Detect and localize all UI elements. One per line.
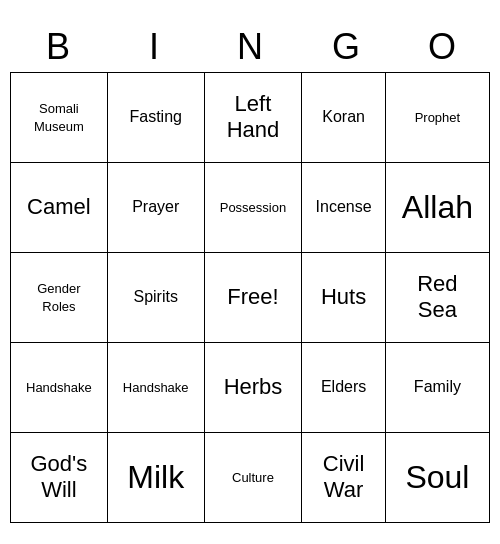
- cell-text-3-3: Elders: [321, 378, 366, 395]
- cell-text-2-0: Gender Roles: [37, 281, 80, 314]
- cell-text-3-0: Handshake: [26, 380, 92, 395]
- cell-1-2: Possession: [204, 162, 302, 252]
- cell-text-0-0: Somali Museum: [34, 101, 84, 134]
- cell-text-3-1: Handshake: [123, 380, 189, 395]
- cell-0-0: Somali Museum: [11, 72, 108, 162]
- cell-0-2: Left Hand: [204, 72, 302, 162]
- cell-text-0-2: Left Hand: [227, 91, 280, 142]
- cell-4-3: Civil War: [302, 432, 385, 522]
- cell-text-0-1: Fasting: [129, 108, 181, 125]
- cell-3-2: Herbs: [204, 342, 302, 432]
- cell-4-4: Soul: [385, 432, 489, 522]
- cell-2-4: Red Sea: [385, 252, 489, 342]
- cell-text-4-1: Milk: [127, 459, 184, 495]
- table-row: CamelPrayerPossessionIncenseAllah: [11, 162, 490, 252]
- table-row: God's WillMilkCultureCivil WarSoul: [11, 432, 490, 522]
- cell-0-4: Prophet: [385, 72, 489, 162]
- cell-3-4: Family: [385, 342, 489, 432]
- cell-4-1: Milk: [107, 432, 204, 522]
- cell-1-0: Camel: [11, 162, 108, 252]
- bingo-grid: Somali MuseumFastingLeft HandKoranProphe…: [10, 72, 490, 523]
- cell-1-1: Prayer: [107, 162, 204, 252]
- cell-0-3: Koran: [302, 72, 385, 162]
- cell-1-4: Allah: [385, 162, 489, 252]
- table-row: Gender RolesSpiritsFree!HutsRed Sea: [11, 252, 490, 342]
- table-row: HandshakeHandshakeHerbsEldersFamily: [11, 342, 490, 432]
- header-letter-G: G: [298, 22, 394, 72]
- cell-text-4-2: Culture: [232, 470, 274, 485]
- cell-2-3: Huts: [302, 252, 385, 342]
- cell-4-2: Culture: [204, 432, 302, 522]
- cell-3-3: Elders: [302, 342, 385, 432]
- cell-2-2: Free!: [204, 252, 302, 342]
- header-letter-O: O: [394, 22, 490, 72]
- cell-1-3: Incense: [302, 162, 385, 252]
- cell-text-2-1: Spirits: [133, 288, 177, 305]
- cell-text-0-3: Koran: [322, 108, 365, 125]
- cell-text-2-2: Free!: [227, 284, 278, 309]
- header-letter-N: N: [202, 22, 298, 72]
- bingo-header: BINGO: [10, 22, 490, 72]
- cell-text-1-0: Camel: [27, 194, 91, 219]
- cell-text-0-4: Prophet: [415, 110, 461, 125]
- cell-text-2-4: Red Sea: [417, 271, 457, 322]
- cell-text-1-1: Prayer: [132, 198, 179, 215]
- cell-3-0: Handshake: [11, 342, 108, 432]
- cell-text-1-3: Incense: [316, 198, 372, 215]
- cell-3-1: Handshake: [107, 342, 204, 432]
- table-row: Somali MuseumFastingLeft HandKoranProphe…: [11, 72, 490, 162]
- bingo-card: BINGO Somali MuseumFastingLeft HandKoran…: [10, 22, 490, 523]
- header-letter-B: B: [10, 22, 106, 72]
- cell-text-3-4: Family: [414, 378, 461, 395]
- cell-0-1: Fasting: [107, 72, 204, 162]
- header-letter-I: I: [106, 22, 202, 72]
- cell-2-0: Gender Roles: [11, 252, 108, 342]
- cell-text-1-4: Allah: [402, 189, 473, 225]
- cell-text-4-0: God's Will: [31, 451, 88, 502]
- cell-2-1: Spirits: [107, 252, 204, 342]
- cell-text-3-2: Herbs: [224, 374, 283, 399]
- cell-text-4-3: Civil War: [323, 451, 365, 502]
- cell-text-1-2: Possession: [220, 200, 286, 215]
- cell-text-4-4: Soul: [405, 459, 469, 495]
- cell-text-2-3: Huts: [321, 284, 366, 309]
- cell-4-0: God's Will: [11, 432, 108, 522]
